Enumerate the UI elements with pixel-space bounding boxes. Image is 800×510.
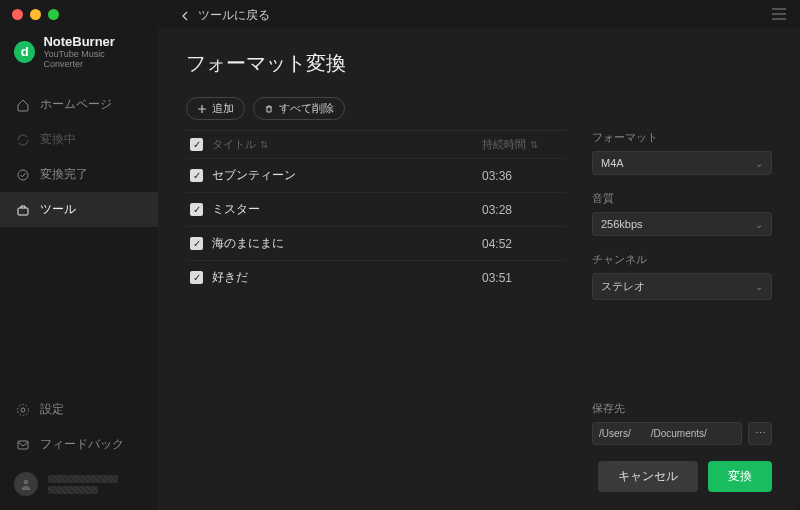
quality-select[interactable]: 256kbps ⌄	[592, 212, 772, 236]
sidebar-item-home[interactable]: ホームページ	[0, 87, 158, 122]
mail-icon	[16, 438, 30, 452]
channel-label: チャンネル	[592, 252, 772, 267]
channel-select[interactable]: ステレオ ⌄	[592, 273, 772, 300]
trash-icon	[264, 104, 274, 114]
svg-point-5	[24, 480, 29, 485]
avatar	[14, 472, 38, 496]
column-header-duration[interactable]: 持続時間 ⇅	[482, 137, 562, 152]
chevron-down-icon: ⌄	[755, 158, 763, 169]
track-title: ミスター	[212, 201, 482, 218]
toolbox-icon	[16, 203, 30, 217]
sidebar-item-label: フィードバック	[40, 436, 124, 453]
arrow-left-icon	[180, 10, 192, 22]
check-circle-icon	[16, 168, 30, 182]
app-logo: d	[14, 41, 35, 63]
plus-icon	[197, 104, 207, 114]
save-path-label: 保存先	[592, 401, 772, 416]
track-duration: 03:51	[482, 271, 562, 285]
quality-label: 音質	[592, 191, 772, 206]
table-row[interactable]: ✓ミスター03:28	[186, 192, 566, 226]
back-link[interactable]: ツールに戻る	[180, 7, 270, 24]
sidebar-item-label: ホームページ	[40, 96, 112, 113]
format-select[interactable]: M4A ⌄	[592, 151, 772, 175]
app-subtitle: YouTube Music Converter	[43, 49, 144, 69]
track-duration: 03:36	[482, 169, 562, 183]
select-all-checkbox[interactable]: ✓	[190, 138, 203, 151]
user-plan-redacted	[48, 486, 98, 494]
svg-point-2	[21, 408, 25, 412]
chevron-down-icon: ⌄	[755, 219, 763, 230]
gear-icon	[16, 403, 30, 417]
window-maximize-button[interactable]	[48, 9, 59, 20]
sidebar-item-label: 変換完了	[40, 166, 88, 183]
track-duration: 03:28	[482, 203, 562, 217]
svg-rect-4	[18, 441, 28, 449]
window-minimize-button[interactable]	[30, 9, 41, 20]
table-row[interactable]: ✓好きだ03:51	[186, 260, 566, 294]
row-checkbox[interactable]: ✓	[190, 169, 203, 182]
sidebar-item-label: ツール	[40, 201, 76, 218]
window-close-button[interactable]	[12, 9, 23, 20]
row-checkbox[interactable]: ✓	[190, 203, 203, 216]
table-row[interactable]: ✓海のまにまに04:52	[186, 226, 566, 260]
sidebar-item-tools[interactable]: ツール	[0, 192, 158, 227]
sidebar-item-label: 設定	[40, 401, 64, 418]
track-duration: 04:52	[482, 237, 562, 251]
sidebar-item-converting[interactable]: 変換中	[0, 122, 158, 157]
browse-path-button[interactable]: ⋯	[748, 422, 772, 445]
user-account-row[interactable]	[0, 462, 158, 510]
page-title: フォーマット変換	[186, 50, 772, 77]
add-button[interactable]: 追加	[186, 97, 245, 120]
sidebar-item-feedback[interactable]: フィードバック	[0, 427, 158, 462]
sort-icon: ⇅	[260, 139, 268, 150]
svg-point-0	[18, 170, 28, 180]
sort-icon: ⇅	[530, 139, 538, 150]
row-checkbox[interactable]: ✓	[190, 271, 203, 284]
column-header-title[interactable]: タイトル ⇅	[212, 137, 482, 152]
home-icon	[16, 98, 30, 112]
ellipsis-icon: ⋯	[755, 427, 766, 440]
app-name: NoteBurner	[43, 34, 144, 49]
track-title: セブンティーン	[212, 167, 482, 184]
delete-all-button[interactable]: すべて削除	[253, 97, 345, 120]
chevron-down-icon: ⌄	[755, 281, 763, 292]
sidebar-item-settings[interactable]: 設定	[0, 392, 158, 427]
user-name-redacted	[48, 475, 118, 483]
cancel-button[interactable]: キャンセル	[598, 461, 698, 492]
back-label: ツールに戻る	[198, 7, 270, 24]
track-title: 海のまにまに	[212, 235, 482, 252]
svg-rect-1	[18, 208, 28, 215]
sidebar-item-label: 変換中	[40, 131, 76, 148]
save-path-field[interactable]: /Users//Documents/	[592, 422, 742, 445]
convert-button[interactable]: 変換	[708, 461, 772, 492]
svg-point-3	[18, 404, 29, 415]
menu-icon[interactable]	[772, 8, 786, 20]
converting-icon	[16, 133, 30, 147]
table-row[interactable]: ✓セブンティーン03:36	[186, 158, 566, 192]
sidebar-item-completed[interactable]: 変換完了	[0, 157, 158, 192]
format-label: フォーマット	[592, 130, 772, 145]
track-title: 好きだ	[212, 269, 482, 286]
row-checkbox[interactable]: ✓	[190, 237, 203, 250]
